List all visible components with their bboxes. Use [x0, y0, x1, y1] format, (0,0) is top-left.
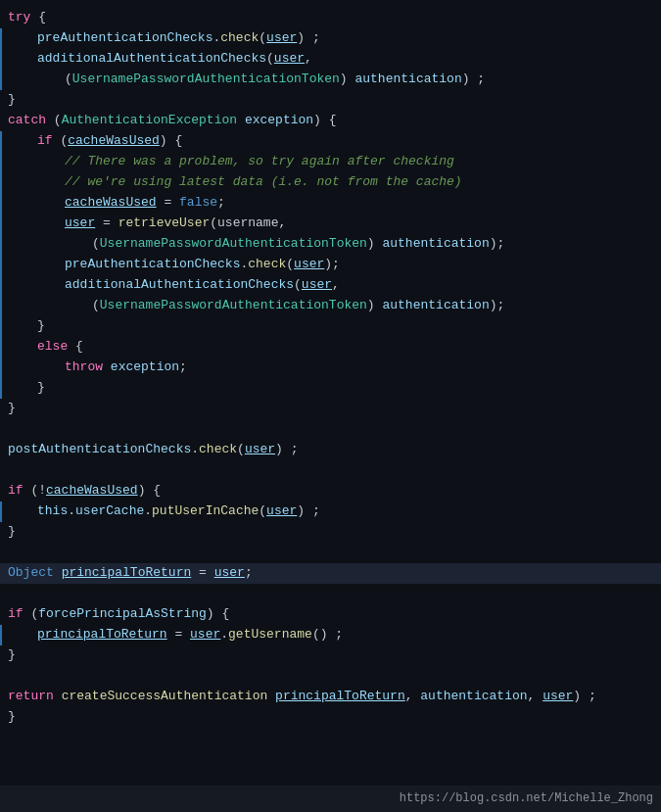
var-user1: user: [266, 28, 297, 49]
line-empty2: [0, 460, 661, 481]
var-pre-auth: preAuthenticationChecks: [37, 28, 212, 49]
method-check: check: [220, 28, 259, 49]
method-get-username: getUsername: [228, 625, 312, 645]
var-cache-was-used1: cacheWasUsed: [68, 131, 160, 152]
line-final-close: }: [0, 707, 661, 728]
var-pre-auth2: preAuthenticationChecks: [65, 255, 240, 275]
type-token3: UsernamePasswordAuthenticationToken: [100, 296, 367, 316]
var-user-cache: userCache: [75, 502, 144, 522]
type-token2: UsernamePasswordAuthenticationToken: [100, 234, 367, 255]
keyword-if3: if: [8, 604, 24, 625]
var-cache-was-used2: cacheWasUsed: [65, 193, 157, 214]
line-principal-username: principalToReturn = user.getUsername() ;: [0, 625, 661, 645]
line-return: return createSuccessAuthentication princ…: [0, 687, 661, 707]
line-comment2: // we're using latest data (i.e. not fro…: [0, 172, 661, 193]
var-user10: user: [543, 687, 573, 707]
var-post-auth: postAuthenticationChecks: [8, 440, 191, 460]
var-auth3: authentication: [382, 296, 489, 316]
type-token1: UsernamePasswordAuthenticationToken: [72, 70, 340, 90]
line-comment1: // There was a problem, so try again aft…: [0, 152, 661, 172]
var-user7: user: [266, 502, 297, 522]
comment2: // we're using latest data (i.e. not fro…: [65, 172, 462, 193]
line-put-cache: this.userCache.putUserInCache(user) ;: [0, 502, 661, 522]
var-exception2: exception: [111, 358, 179, 378]
type-auth-exception: AuthenticationException: [62, 111, 237, 131]
var-additional2: additionalAuthenticationChecks: [65, 275, 294, 296]
line-if-not-cache: if (!cacheWasUsed) {: [0, 481, 661, 502]
line-additional2: additionalAuthenticationChecks(user,: [0, 275, 661, 296]
var-force-principal: forcePrincipalAsString: [38, 604, 207, 625]
line-cache-false: cacheWasUsed = false;: [0, 193, 661, 214]
keyword-if1: if: [37, 131, 53, 152]
line-catch-close: }: [0, 399, 661, 419]
var-principal-to-return3: principalToReturn: [275, 687, 405, 707]
line-force-close: }: [0, 645, 661, 666]
method-check2: check: [248, 255, 286, 275]
var-user6: user: [245, 440, 275, 460]
var-user5: user: [302, 275, 332, 296]
keyword-try: try: [8, 8, 30, 28]
var-additional: additionalAuthenticationChecks: [37, 49, 266, 70]
method-create-success: createSuccessAuthentication: [62, 687, 268, 707]
line-if-cache-close: }: [0, 316, 661, 337]
line-token2: (UsernamePasswordAuthenticationToken) au…: [0, 234, 661, 255]
line-user-retrieve: user = retrieveUser(username,: [0, 214, 661, 234]
var-auth1: authentication: [354, 70, 461, 90]
var-user3: user: [65, 214, 95, 234]
line-catch: catch (AuthenticationException exception…: [0, 111, 661, 131]
keyword-object: Object: [8, 563, 54, 584]
keyword-catch: catch: [8, 111, 46, 131]
line-else: else {: [0, 337, 661, 358]
keyword-throw: throw: [65, 358, 103, 378]
var-principal-to-return1: principalToReturn: [62, 563, 192, 584]
line-post-auth: postAuthenticationChecks.check(user) ;: [0, 440, 661, 460]
line-token3: (UsernamePasswordAuthenticationToken) au…: [0, 296, 661, 316]
line-empty4: [0, 584, 661, 604]
line-if-close: }: [0, 522, 661, 543]
url-text: https://blog.csdn.net/Michelle_Zhong: [400, 791, 653, 805]
line-pre-auth2: preAuthenticationChecks.check(user);: [0, 255, 661, 275]
url-bar: https://blog.csdn.net/Michelle_Zhong: [0, 786, 661, 812]
line-else-close: }: [0, 378, 661, 399]
line-token1: (UsernamePasswordAuthenticationToken) au…: [0, 70, 661, 90]
line-try: try {: [0, 8, 661, 28]
line-throw: throw exception;: [0, 358, 661, 378]
line-pre-auth: preAuthenticationChecks.check(user) ;: [0, 28, 661, 49]
line-additional-auth: additionalAuthenticationChecks(user,: [0, 49, 661, 70]
code-editor: try { preAuthenticationChecks.check(user…: [0, 0, 661, 812]
var-user8: user: [214, 563, 245, 584]
var-auth4: authentication: [420, 687, 527, 707]
comment1: // There was a problem, so try again aft…: [65, 152, 454, 172]
var-this: this: [37, 502, 68, 522]
var-cache-was-used3: cacheWasUsed: [46, 481, 138, 502]
keyword-if2: if: [8, 481, 24, 502]
keyword-return: return: [8, 687, 54, 707]
method-put-cache: putUserInCache: [152, 502, 259, 522]
line-if-cache: if (cacheWasUsed) {: [0, 131, 661, 152]
var-exception: exception: [245, 111, 313, 131]
method-retrieve-user: retrieveUser: [118, 214, 211, 234]
line-empty3: [0, 543, 661, 563]
var-user9: user: [190, 625, 220, 645]
line-if-force: if (forcePrincipalAsString) {: [0, 604, 661, 625]
line-try-close: }: [0, 90, 661, 111]
var-principal-to-return2: principalToReturn: [37, 625, 167, 645]
var-user2: user: [274, 49, 305, 70]
var-auth2: authentication: [382, 234, 489, 255]
method-post-check: check: [199, 440, 237, 460]
line-empty1: [0, 419, 661, 440]
line-empty5: [0, 666, 661, 687]
var-user4: user: [294, 255, 324, 275]
bool-false: false: [179, 193, 217, 214]
line-object-principal: Object principalToReturn = user;: [0, 563, 661, 584]
keyword-else: else: [37, 337, 68, 358]
